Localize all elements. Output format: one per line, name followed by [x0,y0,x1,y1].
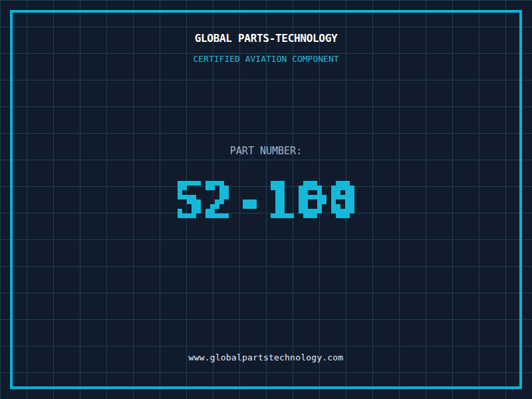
website-url: www.globalpartstechnology.com [0,352,532,362]
part-number-label: PART NUMBER: [0,145,532,157]
company-title: GLOBAL PARTS-TECHNOLOGY [0,32,532,45]
certification-subtitle: CERTIFIED AVIATION COMPONENT [0,54,532,64]
part-number-value: 52-100 [0,172,532,232]
certificate-card: GLOBAL PARTS-TECHNOLOGY CERTIFIED AVIATI… [0,0,532,399]
part-number-canvas [168,172,364,232]
